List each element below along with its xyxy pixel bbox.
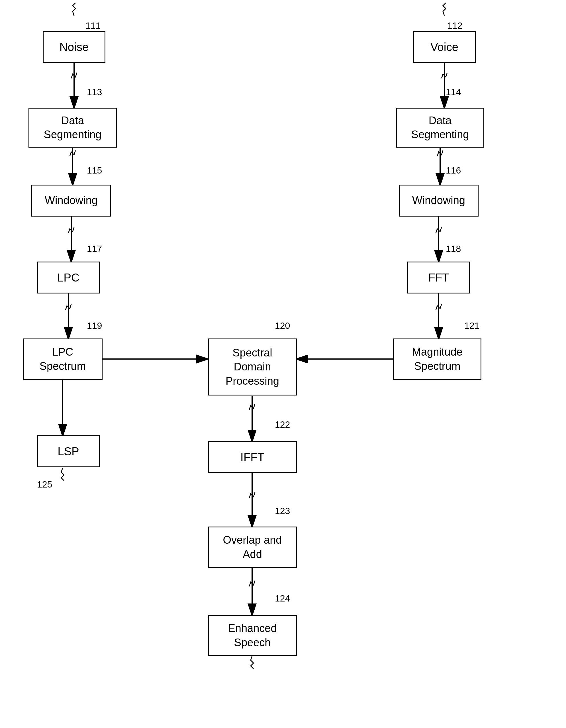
lsp-box: LSP — [37, 435, 100, 467]
label-121: 121 — [464, 321, 479, 331]
windowing-right-box: Windowing — [399, 185, 479, 217]
label-116: 116 — [446, 165, 461, 176]
label-118: 118 — [446, 244, 461, 254]
lpc-spectrum-box: LPCSpectrum — [23, 338, 103, 380]
data-seg-left-box: DataSegmenting — [28, 108, 117, 148]
magnitude-spectrum-box: MagnitudeSpectrum — [393, 338, 481, 380]
diagram-container: Noise Voice DataSegmenting DataSegmentin… — [0, 0, 566, 728]
ifft-box: IFFT — [208, 441, 297, 473]
label-119: 119 — [87, 321, 102, 331]
label-112: 112 — [447, 21, 462, 31]
fft-box: FFT — [407, 262, 470, 293]
label-125: 125 — [37, 479, 52, 490]
label-123: 123 — [275, 506, 290, 516]
enhanced-speech-box: EnhancedSpeech — [208, 615, 297, 656]
label-120: 120 — [275, 321, 290, 331]
label-111: 111 — [85, 21, 101, 31]
label-117: 117 — [87, 244, 102, 254]
data-seg-right-box: DataSegmenting — [396, 108, 484, 148]
voice-box: Voice — [413, 31, 476, 63]
label-114: 114 — [446, 87, 461, 97]
label-124: 124 — [275, 593, 290, 604]
windowing-left-box: Windowing — [31, 185, 111, 217]
label-113: 113 — [87, 87, 102, 97]
spectral-domain-box: SpectralDomainProcessing — [208, 338, 297, 395]
label-122: 122 — [275, 419, 290, 430]
noise-box: Noise — [43, 31, 105, 63]
label-115: 115 — [87, 165, 102, 176]
overlap-add-box: Overlap andAdd — [208, 527, 297, 568]
lpc-box: LPC — [37, 262, 100, 293]
